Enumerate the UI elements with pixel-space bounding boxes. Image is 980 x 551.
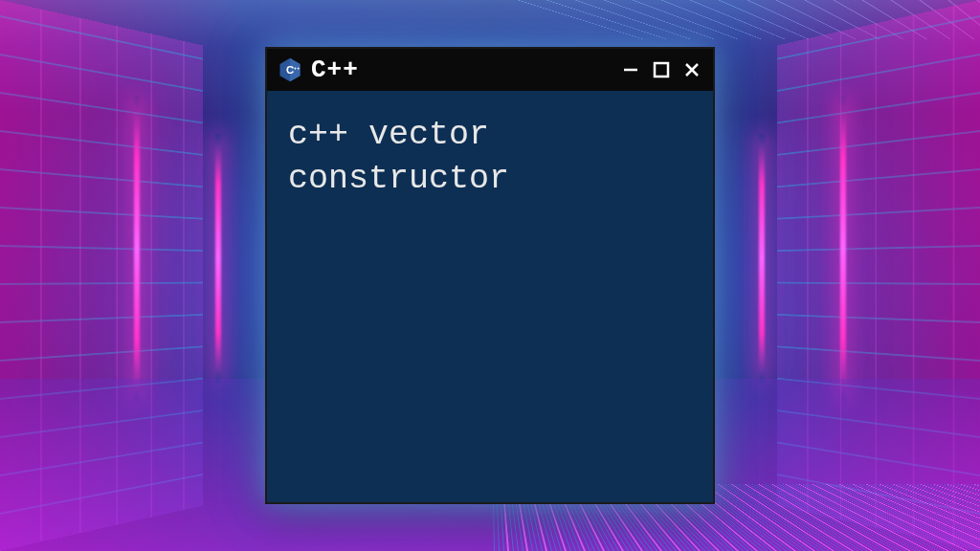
terminal-content[interactable]: c++ vector constructor <box>267 91 713 224</box>
neon-pillar <box>215 134 221 383</box>
cpp-logo-icon: C + + <box>277 56 303 83</box>
window-title: C++ <box>311 55 612 84</box>
svg-rect-6 <box>655 63 668 77</box>
terminal-window[interactable]: C + + C++ <box>265 47 715 504</box>
neon-pillar <box>759 134 765 383</box>
maximize-button[interactable] <box>650 58 673 81</box>
close-button[interactable] <box>680 58 703 81</box>
neon-pillar <box>840 96 846 402</box>
code-text: c++ vector constructor <box>288 114 692 201</box>
titlebar[interactable]: C + + C++ <box>267 49 713 91</box>
minimize-button[interactable] <box>619 58 642 81</box>
neon-pillar <box>134 96 140 402</box>
svg-text:+: + <box>297 65 300 71</box>
svg-text:+: + <box>294 65 297 71</box>
window-controls <box>619 58 703 81</box>
